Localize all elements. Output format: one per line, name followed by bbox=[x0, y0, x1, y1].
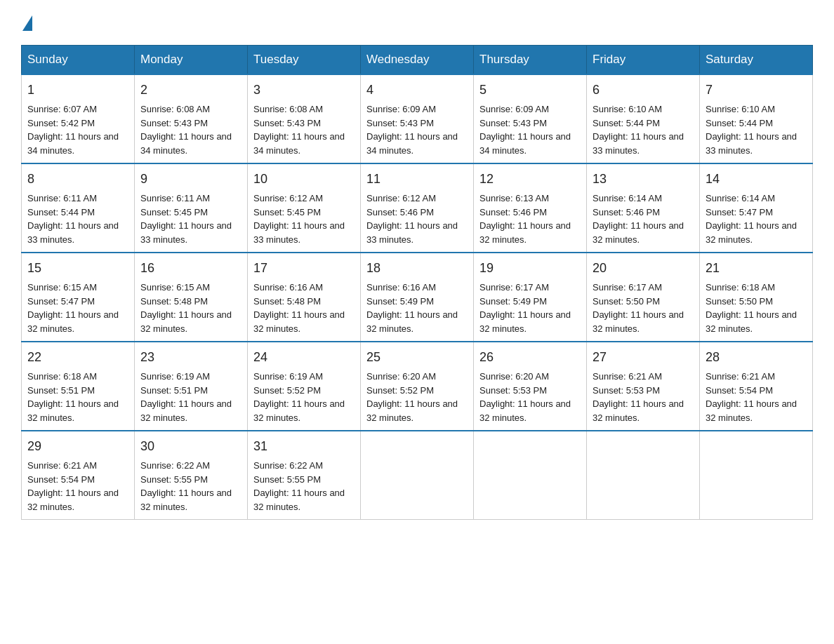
day-number: 29 bbox=[27, 437, 128, 456]
day-info: Sunrise: 6:21 AMSunset: 5:54 PMDaylight:… bbox=[27, 459, 128, 514]
day-number: 26 bbox=[479, 348, 581, 367]
calendar-table: SundayMondayTuesdayWednesdayThursdayFrid… bbox=[21, 45, 813, 520]
header-friday: Friday bbox=[587, 46, 700, 75]
day-number: 25 bbox=[366, 348, 468, 367]
day-info: Sunrise: 6:09 AMSunset: 5:43 PMDaylight:… bbox=[366, 102, 468, 157]
calendar-week-4: 22Sunrise: 6:18 AMSunset: 5:51 PMDayligh… bbox=[22, 342, 813, 431]
day-number: 6 bbox=[593, 81, 694, 100]
day-info: Sunrise: 6:14 AMSunset: 5:47 PMDaylight:… bbox=[706, 192, 807, 246]
calendar-cell: 30Sunrise: 6:22 AMSunset: 5:55 PMDayligh… bbox=[135, 431, 248, 520]
day-info: Sunrise: 6:21 AMSunset: 5:54 PMDaylight:… bbox=[706, 370, 807, 424]
calendar-cell: 9Sunrise: 6:11 AMSunset: 5:45 PMDaylight… bbox=[135, 163, 248, 253]
calendar-week-2: 8Sunrise: 6:11 AMSunset: 5:44 PMDaylight… bbox=[22, 163, 813, 253]
calendar-cell: 23Sunrise: 6:19 AMSunset: 5:51 PMDayligh… bbox=[135, 342, 248, 431]
day-info: Sunrise: 6:22 AMSunset: 5:55 PMDaylight:… bbox=[140, 459, 241, 514]
calendar-cell: 31Sunrise: 6:22 AMSunset: 5:55 PMDayligh… bbox=[248, 431, 361, 520]
calendar-header-row: SundayMondayTuesdayWednesdayThursdayFrid… bbox=[22, 46, 813, 75]
calendar-cell bbox=[700, 431, 813, 520]
day-info: Sunrise: 6:10 AMSunset: 5:44 PMDaylight:… bbox=[706, 102, 807, 157]
day-number: 2 bbox=[140, 81, 241, 100]
day-number: 16 bbox=[140, 259, 241, 278]
calendar-cell: 19Sunrise: 6:17 AMSunset: 5:49 PMDayligh… bbox=[474, 253, 587, 342]
day-info: Sunrise: 6:19 AMSunset: 5:52 PMDaylight:… bbox=[253, 370, 355, 424]
day-number: 12 bbox=[479, 170, 581, 189]
day-number: 22 bbox=[27, 348, 128, 367]
day-info: Sunrise: 6:11 AMSunset: 5:44 PMDaylight:… bbox=[27, 192, 128, 246]
day-number: 9 bbox=[140, 170, 241, 189]
day-number: 23 bbox=[140, 348, 241, 367]
calendar-cell: 7Sunrise: 6:10 AMSunset: 5:44 PMDaylight… bbox=[700, 74, 813, 163]
calendar-cell: 21Sunrise: 6:18 AMSunset: 5:50 PMDayligh… bbox=[700, 253, 813, 342]
calendar-cell: 5Sunrise: 6:09 AMSunset: 5:43 PMDaylight… bbox=[474, 74, 587, 163]
day-number: 1 bbox=[27, 81, 128, 100]
day-info: Sunrise: 6:15 AMSunset: 5:48 PMDaylight:… bbox=[140, 281, 241, 335]
calendar-cell: 28Sunrise: 6:21 AMSunset: 5:54 PMDayligh… bbox=[700, 342, 813, 431]
calendar-cell: 16Sunrise: 6:15 AMSunset: 5:48 PMDayligh… bbox=[135, 253, 248, 342]
day-info: Sunrise: 6:08 AMSunset: 5:43 PMDaylight:… bbox=[253, 102, 355, 157]
calendar-cell: 29Sunrise: 6:21 AMSunset: 5:54 PMDayligh… bbox=[22, 431, 135, 520]
calendar-cell: 17Sunrise: 6:16 AMSunset: 5:48 PMDayligh… bbox=[248, 253, 361, 342]
day-info: Sunrise: 6:10 AMSunset: 5:44 PMDaylight:… bbox=[593, 102, 694, 157]
day-number: 4 bbox=[366, 81, 468, 100]
day-info: Sunrise: 6:17 AMSunset: 5:49 PMDaylight:… bbox=[479, 281, 581, 335]
calendar-cell: 10Sunrise: 6:12 AMSunset: 5:45 PMDayligh… bbox=[248, 163, 361, 253]
day-info: Sunrise: 6:13 AMSunset: 5:46 PMDaylight:… bbox=[479, 192, 581, 246]
day-info: Sunrise: 6:12 AMSunset: 5:45 PMDaylight:… bbox=[253, 192, 355, 246]
header-thursday: Thursday bbox=[474, 46, 587, 75]
day-number: 28 bbox=[706, 348, 807, 367]
calendar-cell bbox=[474, 431, 587, 520]
day-number: 20 bbox=[593, 259, 694, 278]
logo-triangle-icon bbox=[22, 15, 32, 31]
day-info: Sunrise: 6:07 AMSunset: 5:42 PMDaylight:… bbox=[27, 102, 128, 157]
day-number: 7 bbox=[706, 81, 807, 100]
header-monday: Monday bbox=[135, 46, 248, 75]
day-number: 10 bbox=[253, 170, 355, 189]
calendar-cell: 12Sunrise: 6:13 AMSunset: 5:46 PMDayligh… bbox=[474, 163, 587, 253]
day-number: 19 bbox=[479, 259, 581, 278]
day-info: Sunrise: 6:11 AMSunset: 5:45 PMDaylight:… bbox=[140, 192, 241, 246]
calendar-week-5: 29Sunrise: 6:21 AMSunset: 5:54 PMDayligh… bbox=[22, 431, 813, 520]
calendar-cell: 25Sunrise: 6:20 AMSunset: 5:52 PMDayligh… bbox=[361, 342, 474, 431]
calendar-cell: 4Sunrise: 6:09 AMSunset: 5:43 PMDaylight… bbox=[361, 74, 474, 163]
day-number: 17 bbox=[253, 259, 355, 278]
day-info: Sunrise: 6:17 AMSunset: 5:50 PMDaylight:… bbox=[593, 281, 694, 335]
day-info: Sunrise: 6:19 AMSunset: 5:51 PMDaylight:… bbox=[140, 370, 241, 424]
calendar-cell: 14Sunrise: 6:14 AMSunset: 5:47 PMDayligh… bbox=[700, 163, 813, 253]
calendar-cell: 27Sunrise: 6:21 AMSunset: 5:53 PMDayligh… bbox=[587, 342, 700, 431]
day-info: Sunrise: 6:22 AMSunset: 5:55 PMDaylight:… bbox=[253, 459, 355, 514]
day-info: Sunrise: 6:20 AMSunset: 5:53 PMDaylight:… bbox=[479, 370, 581, 424]
logo bbox=[21, 14, 32, 31]
day-info: Sunrise: 6:14 AMSunset: 5:46 PMDaylight:… bbox=[593, 192, 694, 246]
header-wednesday: Wednesday bbox=[361, 46, 474, 75]
calendar-cell bbox=[361, 431, 474, 520]
header-sunday: Sunday bbox=[22, 46, 135, 75]
calendar-cell: 18Sunrise: 6:16 AMSunset: 5:49 PMDayligh… bbox=[361, 253, 474, 342]
day-info: Sunrise: 6:12 AMSunset: 5:46 PMDaylight:… bbox=[366, 192, 468, 246]
calendar-cell: 20Sunrise: 6:17 AMSunset: 5:50 PMDayligh… bbox=[587, 253, 700, 342]
calendar-cell: 6Sunrise: 6:10 AMSunset: 5:44 PMDaylight… bbox=[587, 74, 700, 163]
calendar-cell: 11Sunrise: 6:12 AMSunset: 5:46 PMDayligh… bbox=[361, 163, 474, 253]
day-info: Sunrise: 6:08 AMSunset: 5:43 PMDaylight:… bbox=[140, 102, 241, 157]
day-info: Sunrise: 6:18 AMSunset: 5:51 PMDaylight:… bbox=[27, 370, 128, 424]
day-number: 21 bbox=[706, 259, 807, 278]
day-number: 5 bbox=[479, 81, 581, 100]
day-info: Sunrise: 6:18 AMSunset: 5:50 PMDaylight:… bbox=[706, 281, 807, 335]
calendar-cell: 24Sunrise: 6:19 AMSunset: 5:52 PMDayligh… bbox=[248, 342, 361, 431]
calendar-cell: 15Sunrise: 6:15 AMSunset: 5:47 PMDayligh… bbox=[22, 253, 135, 342]
day-number: 31 bbox=[253, 437, 355, 456]
calendar-cell: 8Sunrise: 6:11 AMSunset: 5:44 PMDaylight… bbox=[22, 163, 135, 253]
day-number: 24 bbox=[253, 348, 355, 367]
day-info: Sunrise: 6:16 AMSunset: 5:48 PMDaylight:… bbox=[253, 281, 355, 335]
page-header bbox=[21, 14, 813, 31]
calendar-week-1: 1Sunrise: 6:07 AMSunset: 5:42 PMDaylight… bbox=[22, 74, 813, 163]
calendar-cell: 3Sunrise: 6:08 AMSunset: 5:43 PMDaylight… bbox=[248, 74, 361, 163]
day-number: 15 bbox=[27, 259, 128, 278]
calendar-cell: 26Sunrise: 6:20 AMSunset: 5:53 PMDayligh… bbox=[474, 342, 587, 431]
day-number: 3 bbox=[253, 81, 355, 100]
day-number: 11 bbox=[366, 170, 468, 189]
header-tuesday: Tuesday bbox=[248, 46, 361, 75]
calendar-cell: 22Sunrise: 6:18 AMSunset: 5:51 PMDayligh… bbox=[22, 342, 135, 431]
day-info: Sunrise: 6:16 AMSunset: 5:49 PMDaylight:… bbox=[366, 281, 468, 335]
header-saturday: Saturday bbox=[700, 46, 813, 75]
calendar-cell: 2Sunrise: 6:08 AMSunset: 5:43 PMDaylight… bbox=[135, 74, 248, 163]
